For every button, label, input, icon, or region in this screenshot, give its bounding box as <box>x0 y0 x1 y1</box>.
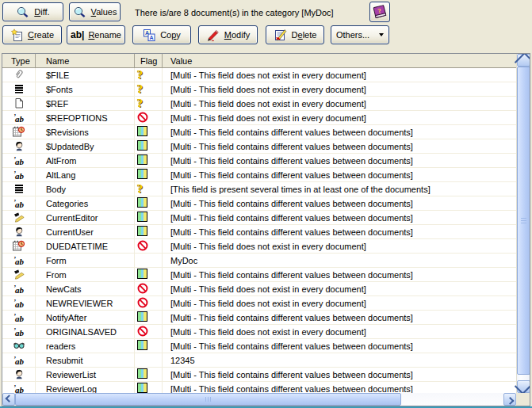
flag-multivalue-icon <box>137 212 147 223</box>
field-name: AltLang <box>36 168 135 181</box>
field-value: [This field is present several times in … <box>163 182 516 196</box>
field-name: AltFrom <box>36 154 135 167</box>
datetime-icon <box>12 125 25 139</box>
table-row[interactable]: ReviewerList[Multi - This field contains… <box>2 368 516 382</box>
field-flag-cell <box>135 368 163 381</box>
table-row[interactable]: $REF?[Multi - This field does not exist … <box>2 97 516 111</box>
create-button-label: Create <box>28 30 54 40</box>
table-row[interactable]: abCategories[Multi - This field contains… <box>2 196 516 211</box>
person-icon <box>13 225 25 238</box>
field-type-cell <box>2 139 36 153</box>
field-name: $REFOPTIONS <box>36 111 135 124</box>
table-row[interactable]: $UpdatedBy[Multi - This field contains d… <box>2 139 516 154</box>
table-body: $FILE?[Multi - This field does not exist… <box>2 68 516 406</box>
field-name: ORIGINALSAVED <box>36 325 135 338</box>
create-button[interactable]: Create <box>2 25 62 44</box>
richtext-icon <box>13 82 25 96</box>
horizontal-scrollbar[interactable] <box>2 393 516 406</box>
field-flag-cell: ? <box>135 82 163 96</box>
field-flag-cell <box>135 111 163 124</box>
table-row[interactable]: CurrentUser[Multi - This field contains … <box>2 225 516 239</box>
field-table: Type Name Flag Value $FILE?[Multi - This… <box>2 53 530 406</box>
table-row[interactable]: abAltLang[Multi - This field contains di… <box>2 168 516 182</box>
table-row[interactable]: Body?[This field is present several time… <box>2 182 516 196</box>
field-flag-cell <box>135 311 163 324</box>
table-row[interactable]: abORIGINALSAVED[Multi - This field does … <box>2 325 516 339</box>
field-value: [Multi - This field contains different v… <box>163 268 516 281</box>
table-row[interactable]: $Revisions[Multi - This field contains d… <box>2 125 516 139</box>
svg-text:A: A <box>150 34 154 40</box>
glasses-icon <box>13 339 25 353</box>
diff-button-label: Diff. <box>34 7 49 17</box>
field-type-cell <box>2 68 36 82</box>
delete-button[interactable]: Delete <box>266 25 324 44</box>
field-flag-cell: ? <box>135 97 163 110</box>
field-flag-cell: ? <box>135 68 163 82</box>
text-icon: ab <box>13 355 24 366</box>
delete-button-label: Delete <box>292 30 317 40</box>
signature-icon <box>13 268 25 281</box>
copy-button[interactable]: AA Copy <box>132 25 191 44</box>
table-row[interactable]: readers[Multi - This field contains diff… <box>2 339 516 353</box>
paperclip-icon <box>13 68 25 82</box>
field-flag-cell <box>135 168 163 181</box>
flag-question-icon: ? <box>137 99 143 109</box>
magnifier-icon <box>73 6 87 19</box>
table-row[interactable]: $Fonts?[Multi - This field does not exis… <box>2 82 516 97</box>
field-flag-cell <box>135 254 163 267</box>
horizontal-scroll-thumb[interactable] <box>15 393 401 406</box>
diff-button[interactable]: Diff. <box>2 2 63 21</box>
scroll-down-button[interactable] <box>517 380 530 393</box>
help-button[interactable]: ? <box>369 2 390 22</box>
others-dropdown-button[interactable]: Others... <box>331 25 389 44</box>
flag-prohibited-icon <box>137 240 148 253</box>
scroll-left-button[interactable] <box>2 393 15 406</box>
field-type-cell: ab <box>2 254 36 267</box>
person-icon <box>13 368 25 381</box>
field-name: NotifyAfter <box>36 311 135 324</box>
vertical-scrollbar[interactable] <box>516 54 530 393</box>
column-header-name[interactable]: Name <box>36 54 135 67</box>
field-type-cell: ab <box>2 296 36 310</box>
modify-button[interactable]: Modify <box>198 25 258 44</box>
field-type-cell: ab <box>2 311 36 324</box>
table-row[interactable]: $FILE?[Multi - This field does not exist… <box>2 68 516 82</box>
table-row[interactable]: DUEDATETIME[Multi - This field does not … <box>2 239 516 254</box>
column-header-flag[interactable]: Flag <box>135 54 163 67</box>
field-type-cell <box>2 225 36 238</box>
field-type-cell <box>2 211 36 224</box>
field-type-cell <box>2 339 36 353</box>
field-name: $Revisions <box>36 125 135 139</box>
scroll-right-button[interactable] <box>503 393 516 406</box>
field-name: $REF <box>36 97 135 110</box>
richtext-icon <box>13 182 25 196</box>
table-row[interactable]: abAltFrom[Multi - This field contains di… <box>2 154 516 168</box>
field-value: [Multi - This field contains different v… <box>163 196 516 210</box>
vertical-scroll-thumb[interactable] <box>517 67 530 375</box>
table-row[interactable]: ab$REFOPTIONS[Multi - This field does no… <box>2 111 516 125</box>
table-row[interactable]: abNotifyAfter[Multi - This field contain… <box>2 311 516 325</box>
field-flag-cell <box>135 125 163 139</box>
rename-ab-icon: ab| <box>71 29 84 40</box>
column-header-type[interactable]: Type <box>2 54 36 67</box>
field-name: DUEDATETIME <box>36 239 135 253</box>
table-row[interactable]: CurrentEditor[Multi - This field contain… <box>2 211 516 225</box>
flag-prohibited-icon <box>137 297 148 310</box>
field-name: CurrentEditor <box>36 211 135 224</box>
table-row[interactable]: abNewCats[Multi - This field does not ex… <box>2 282 516 296</box>
scroll-up-button[interactable] <box>517 54 530 67</box>
values-button[interactable]: Values <box>69 2 121 21</box>
flag-question-icon: ? <box>137 185 143 194</box>
field-flag-cell <box>135 154 163 167</box>
delete-document-icon <box>274 29 288 42</box>
field-value: MyDoc <box>163 254 516 267</box>
column-header-value[interactable]: Value <box>163 54 530 67</box>
flag-multivalue-icon <box>137 169 147 181</box>
table-row[interactable]: abNEWREVIEWER[Multi - This field does no… <box>2 296 516 311</box>
table-row[interactable]: From[Multi - This field contains differe… <box>2 268 516 282</box>
field-value: [Multi - This field does not exist in ev… <box>163 282 516 296</box>
rename-button[interactable]: ab| Rename <box>67 25 125 44</box>
field-flag-cell <box>135 211 163 224</box>
table-row[interactable]: abResubmit12345 <box>2 353 516 368</box>
table-row[interactable]: abFormMyDoc <box>2 254 516 268</box>
